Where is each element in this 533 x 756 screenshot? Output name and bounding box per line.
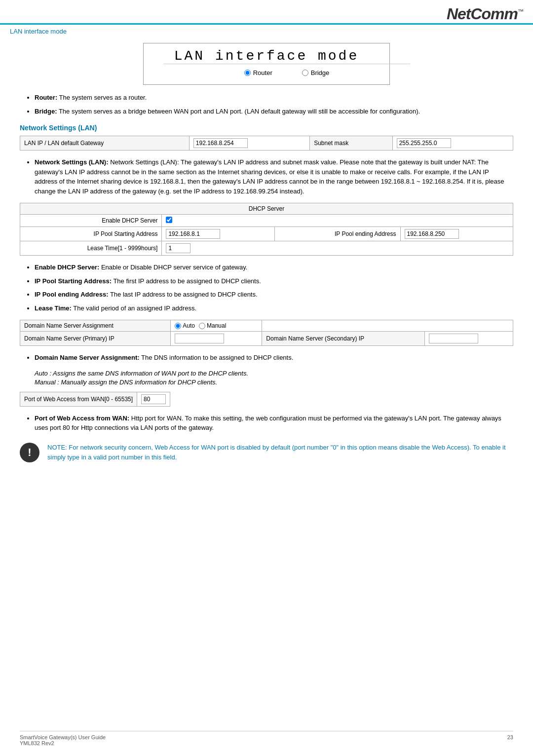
ip-pool-start-input[interactable] <box>166 229 220 239</box>
dns-assignment-bold: Domain Name Server Assignment: <box>35 354 140 361</box>
dhcp-enable-bold: Enable DHCP Server: <box>35 264 99 271</box>
router-description: Router: The system serves as a router. <box>35 93 513 103</box>
subnet-mask-value-cell <box>392 136 513 151</box>
lease-time-text: The valid period of an assigned IP addre… <box>73 304 196 312</box>
dns-assignment-cell: Auto Manual <box>171 320 262 332</box>
dhcp-pool-row: IP Pool Starting Address IP Pool ending … <box>20 227 513 241</box>
interface-description-list: Router: The system serves as a router. B… <box>20 93 513 116</box>
router-radio[interactable] <box>244 70 251 76</box>
dns-assignment-bullet: Domain Name Server Assignment: The DNS i… <box>35 353 513 363</box>
network-settings-bold: Network Settings (LAN): <box>35 158 109 166</box>
web-access-bullets: Port of Web Access from WAN: Http port f… <box>20 414 513 433</box>
dns-assignment-text: The DNS information to be assigned to DH… <box>141 354 293 361</box>
ip-pool-end-cell <box>400 227 513 241</box>
network-settings-desc-list: Network Settings (LAN): Network Settings… <box>20 157 513 196</box>
ip-pool-start-cell <box>162 227 274 241</box>
web-access-bold: Port of Web Access from WAN: <box>35 415 129 422</box>
dhcp-heading-row: DHCP Server <box>20 203 513 215</box>
router-desc-text: The system serves as a router. <box>59 94 147 101</box>
dns-manual-label[interactable]: Manual <box>199 322 226 329</box>
dns-table: Domain Name Server Assignment Auto Manua… <box>20 320 513 346</box>
dhcp-enable-checkbox[interactable] <box>166 217 172 223</box>
logo-tm: ™ <box>518 8 523 15</box>
dhcp-heading: DHCP Server <box>20 203 513 215</box>
bridge-radio-label[interactable]: Bridge <box>302 69 330 76</box>
dns-mode-radios: Auto Manual <box>175 322 258 329</box>
dns-manual-italic: Manual <box>35 378 56 386</box>
subnet-mask-input[interactable] <box>397 138 451 148</box>
interface-mode-radios: Router Bridge <box>163 64 410 79</box>
dhcp-enable-label: Enable DHCP Server <box>20 215 162 227</box>
ip-pool-end-input[interactable] <box>405 229 459 239</box>
lease-time-input[interactable] <box>166 243 190 253</box>
ip-pool-end-text: The last IP address to be assigned to DH… <box>110 291 258 298</box>
dhcp-enable-row: Enable DHCP Server <box>20 215 513 227</box>
lease-time-bold: Lease Time: <box>35 304 72 312</box>
ip-pool-start-bold: IP Pool Starting Address: <box>35 277 112 285</box>
dhcp-enable-text: Enable or Disable DHCP server service of… <box>101 264 247 271</box>
lan-ip-label: LAN IP / LAN default Gateway <box>20 136 190 151</box>
footer: SmartVoice Gateway(s) User Guide YML832 … <box>20 731 513 746</box>
bridge-radio[interactable] <box>302 70 308 76</box>
dns-primary-cell <box>171 332 262 346</box>
dns-auto-italic: Auto <box>35 370 48 377</box>
web-access-table: Port of Web Access from WAN[0 - 65535] <box>20 392 170 407</box>
router-desc-bold: Router: <box>35 94 57 101</box>
dhcp-table: DHCP Server Enable DHCP Server IP Pool S… <box>20 203 513 256</box>
dns-secondary-cell <box>425 332 513 346</box>
lan-ip-input[interactable] <box>193 138 248 148</box>
dns-manual-radio[interactable] <box>199 323 205 329</box>
footer-guide-title: SmartVoice Gateway(s) User Guide <box>20 734 106 740</box>
dns-manual-sub-text: : Manually assign the DNS information fo… <box>57 378 217 386</box>
logo-text: NetComm <box>447 5 518 23</box>
ip-pool-start-label: IP Pool Starting Address <box>20 227 162 241</box>
note-box: ! NOTE: For network security concern, We… <box>20 443 513 463</box>
router-radio-label[interactable]: Router <box>244 69 272 76</box>
dns-manual-text: Manual <box>207 322 226 329</box>
web-access-bullet: Port of Web Access from WAN: Http port f… <box>35 414 513 433</box>
note-text: NOTE: For network security concern, Web … <box>47 443 513 463</box>
lan-ip-table: LAN IP / LAN default Gateway Subnet mask <box>20 136 513 151</box>
exclamation-icon: ! <box>28 446 31 459</box>
lan-ip-value-cell <box>189 136 309 151</box>
bridge-desc-bold: Bridge: <box>35 108 57 115</box>
web-access-row: Port of Web Access from WAN[0 - 65535] <box>20 392 170 406</box>
page-title: LAN interface mode <box>163 48 370 64</box>
dns-secondary-label: Domain Name Server (Secondary) IP <box>262 332 425 346</box>
network-settings-heading: Network Settings (LAN) <box>20 124 513 132</box>
web-access-label: Port of Web Access from WAN[0 - 65535] <box>20 392 137 406</box>
dns-bullets-list: Domain Name Server Assignment: The DNS i… <box>20 353 513 363</box>
breadcrumb: LAN interface mode <box>0 25 533 38</box>
dns-secondary-input[interactable] <box>429 334 478 343</box>
web-access-input[interactable] <box>141 394 166 404</box>
dns-primary-label: Domain Name Server (Primary) IP <box>20 332 171 346</box>
footer-left: SmartVoice Gateway(s) User Guide YML832 … <box>20 734 106 746</box>
breadcrumb-text: LAN interface mode <box>10 28 67 35</box>
dhcp-enable-cell <box>162 215 513 227</box>
page-title-box: LAN interface mode Router Bridge <box>143 43 390 85</box>
dns-auto-sub-text: : Assigns the same DNS information of WA… <box>49 370 248 377</box>
dns-manual-sub: Manual : Manually assign the DNS informa… <box>20 378 513 386</box>
dns-primary-input[interactable] <box>175 334 224 343</box>
ip-pool-start-bullet: IP Pool Starting Address: The first IP a… <box>35 276 513 286</box>
dhcp-enable-bullet: Enable DHCP Server: Enable or Disable DH… <box>35 263 513 272</box>
ip-pool-end-bullet: IP Pool ending Address: The last IP addr… <box>35 290 513 300</box>
bridge-label: Bridge <box>311 69 330 76</box>
footer-page-number: 23 <box>507 734 513 746</box>
dns-auto-label[interactable]: Auto <box>175 322 195 329</box>
dns-assignment-row: Domain Name Server Assignment Auto Manua… <box>20 320 513 332</box>
main-content: LAN interface mode Router Bridge Router:… <box>0 38 533 483</box>
ip-pool-end-bold: IP Pool ending Address: <box>35 291 109 298</box>
bridge-desc-text: The system serves as a bridge between WA… <box>59 108 420 115</box>
ip-pool-start-text: The first IP address to be assigned to D… <box>113 277 261 285</box>
dns-auto-radio[interactable] <box>175 323 181 329</box>
bridge-description: Bridge: The system serves as a bridge be… <box>35 107 513 116</box>
logo: NetComm™ <box>447 5 523 23</box>
dns-assignment-label: Domain Name Server Assignment <box>20 320 171 332</box>
dns-auto-sub: Auto : Assigns the same DNS information … <box>20 370 513 377</box>
ip-pool-end-label: IP Pool ending Address <box>274 227 400 241</box>
router-label: Router <box>253 69 272 76</box>
dhcp-bullets-list: Enable DHCP Server: Enable or Disable DH… <box>20 263 513 313</box>
lan-ip-row: LAN IP / LAN default Gateway Subnet mask <box>20 136 513 151</box>
lease-time-row: Lease Time[1 - 9999hours] <box>20 241 513 256</box>
